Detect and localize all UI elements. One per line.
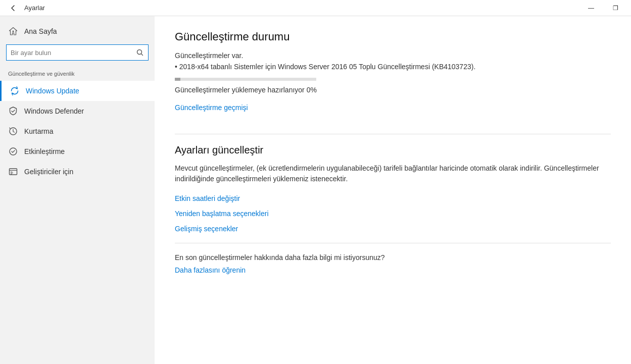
main-layout: Ana Sayfa Güncelleştirme ve güvenlik Win…: [0, 16, 631, 364]
svg-point-0: [13, 31, 14, 32]
divider2: [175, 243, 611, 243]
shield-icon: [8, 106, 18, 116]
titlebar-title: Ayarlar: [24, 4, 45, 12]
sidebar: Ana Sayfa Güncelleştirme ve güvenlik Win…: [0, 16, 155, 364]
sidebar-item-kurtarma-label: Kurtarma: [24, 127, 54, 135]
refresh-icon: [10, 86, 20, 96]
search-button[interactable]: [132, 44, 148, 61]
titlebar-controls: — ❐: [579, 0, 627, 16]
sidebar-item-geliştiriciler[interactable]: Geliştiriciler için: [0, 162, 155, 182]
svg-rect-4: [10, 169, 17, 175]
back-button[interactable]: [6, 1, 20, 15]
content-area: Güncelleştirme durumu Güncelleştirmeler …: [155, 16, 631, 364]
dev-icon: [8, 167, 18, 177]
bottom-question: En son güncelleştirmeler hakkında daha f…: [175, 253, 611, 262]
update-detail: • 2018-x64 tabanlı Sistemler için Window…: [175, 63, 611, 71]
link-restart-options[interactable]: Yeniden başlatma seçenekleri: [175, 210, 611, 218]
search-input[interactable]: [7, 49, 132, 57]
sidebar-item-geliştiriciler-label: Geliştiriciler için: [24, 168, 73, 176]
sidebar-item-etkinlestirme[interactable]: Etkinleştirme: [0, 141, 155, 162]
titlebar-left: Ayarlar: [6, 1, 45, 15]
description-text: Mevcut güncelleştirmeler, (ek ücretlendi…: [175, 163, 611, 184]
search-box: [6, 44, 149, 61]
progress-bar: [175, 78, 316, 81]
svg-point-3: [10, 148, 17, 155]
link-advanced[interactable]: Gelişmiş seçenekler: [175, 225, 611, 233]
sidebar-home-label: Ana Sayfa: [24, 27, 57, 35]
sidebar-category: Güncelleştirme ve güvenlik: [0, 69, 155, 81]
sidebar-item-etkinlestirme-label: Etkinleştirme: [24, 147, 65, 155]
sidebar-item-kurtarma[interactable]: Kurtarma: [0, 121, 155, 141]
sidebar-item-windows-update[interactable]: Windows Update: [0, 81, 155, 101]
sidebar-item-windows-defender[interactable]: Windows Defender: [0, 101, 155, 121]
progress-bar-fill: [175, 78, 180, 81]
link-learn-more[interactable]: Daha fazlasını öğrenin: [175, 266, 246, 274]
home-icon: [8, 26, 18, 36]
divider1: [175, 134, 611, 134]
titlebar: Ayarlar — ❐: [0, 0, 631, 16]
section1-title: Güncelleştirme durumu: [175, 30, 611, 43]
sidebar-item-defender-label: Windows Defender: [24, 107, 84, 115]
minimize-button[interactable]: —: [579, 0, 603, 16]
restore-button[interactable]: ❐: [604, 0, 627, 16]
sidebar-item-windows-update-label: Windows Update: [26, 87, 79, 95]
update-available-text: Güncelleştirmeler var.: [175, 51, 611, 60]
circle-check-icon: [8, 146, 18, 157]
history-icon: [8, 126, 18, 136]
section2-title: Ayarları güncelleştir: [175, 144, 611, 156]
link-update-history[interactable]: Güncelleştirme geçmişi: [175, 103, 248, 112]
link-active-hours[interactable]: Etkin saatleri değiştir: [175, 194, 611, 202]
sidebar-item-home[interactable]: Ana Sayfa: [0, 22, 155, 40]
progress-text: Güncelleştirmeler yüklemeye hazırlanıyor…: [175, 86, 611, 94]
